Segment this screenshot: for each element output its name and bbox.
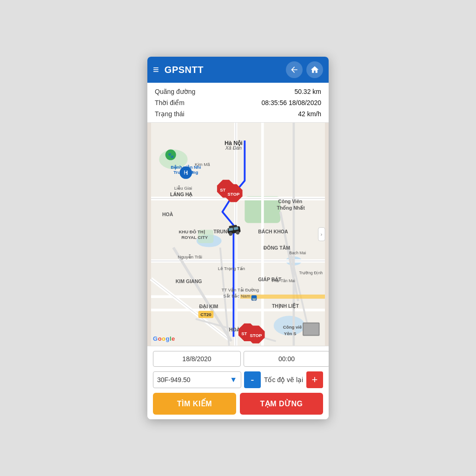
time-label: Thời điểm — [155, 98, 185, 109]
speed-minus-button[interactable]: - — [244, 371, 261, 388]
svg-text:ĐÔNG TÂM: ĐÔNG TÂM — [264, 245, 291, 251]
svg-text:KIM GIANG: KIM GIANG — [176, 279, 202, 284]
action-row: TÌM KIẾM TẠM DỪNG — [153, 393, 323, 415]
svg-text:Trung ương: Trung ương — [173, 170, 198, 175]
app-title: GPSNTT — [165, 65, 286, 75]
date-from-input[interactable] — [153, 351, 241, 367]
home-button[interactable] — [306, 61, 323, 78]
svg-text:Phố Tân Mai: Phố Tân Mai — [272, 279, 295, 284]
svg-text:CT20: CT20 — [200, 312, 211, 317]
chevron-down-icon: ▼ — [230, 376, 237, 384]
google-watermark: Google — [153, 335, 175, 342]
back-button[interactable] — [286, 61, 303, 78]
vehicle-speed-row: 30F-949.50 ▼ - Tốc độ vẽ lại + — [153, 371, 323, 388]
svg-text:LÁNG HẠ: LÁNG HẠ — [170, 192, 192, 198]
search-button[interactable]: TÌM KIẾM — [153, 393, 236, 415]
svg-text:TT Vận Tải Đường: TT Vận Tải Đường — [222, 287, 259, 292]
header-actions — [286, 61, 323, 78]
svg-text:STOP: STOP — [227, 192, 240, 197]
controls-panel: 30F-949.50 ▼ - Tốc độ vẽ lại + TÌM KIẾM … — [147, 346, 329, 419]
svg-text:Công viê: Công viê — [283, 325, 302, 330]
status-label: Trạng thái — [155, 109, 185, 120]
time-from-input[interactable] — [244, 351, 329, 367]
time-row: Thời điểm 08:35:56 18/08/2020 — [155, 98, 321, 109]
svg-text:Liễu Giai: Liễu Giai — [174, 185, 192, 191]
map-area[interactable]: H 🐾 Xã Đàn Liễu Giai Kim Mã LÁNG HẠ Hà N… — [147, 123, 329, 346]
time-value: 08:35:56 18/08/2020 — [262, 98, 321, 109]
vehicle-select[interactable]: 30F-949.50 ▼ — [153, 371, 241, 388]
status-value: 42 km/h — [298, 109, 321, 120]
distance-label: Quãng đường — [155, 86, 195, 98]
svg-text:Lê Trọng Tấn: Lê Trọng Tấn — [218, 266, 245, 271]
status-row: Trạng thái 42 km/h — [155, 109, 321, 120]
svg-text:HOÀ: HOÀ — [162, 212, 173, 218]
svg-text:ROYAL CITY: ROYAL CITY — [181, 235, 208, 240]
menu-icon[interactable]: ≡ — [153, 65, 159, 75]
svg-text:ĐẠI KIM: ĐẠI KIM — [199, 304, 218, 310]
svg-text:Công Viên: Công Viên — [278, 198, 302, 204]
svg-text:KHU ĐÔ THỊ: KHU ĐÔ THỊ — [178, 229, 205, 234]
svg-rect-63 — [304, 324, 319, 335]
svg-text:Trường Định: Trường Định — [299, 271, 323, 276]
svg-text:Thống Nhất: Thống Nhất — [277, 205, 305, 211]
svg-text:THỊNH LIỆT: THỊNH LIỆT — [272, 303, 299, 309]
svg-text:Yên S: Yên S — [284, 331, 297, 336]
distance-row: Quãng đường 50.32 km — [155, 86, 321, 98]
svg-text:›: › — [320, 231, 322, 237]
distance-value: 50.32 km — [294, 86, 321, 98]
info-panel: Quãng đường 50.32 km Thời điểm 08:35:56 … — [147, 83, 329, 123]
svg-text:Bệnh viện Nhi: Bệnh viện Nhi — [171, 165, 201, 170]
speed-label: Tốc độ vẽ lại — [264, 376, 304, 383]
svg-text:Bach Mai: Bach Mai — [289, 251, 306, 255]
svg-text:Sắt Bắc Nam: Sắt Bắc Nam — [223, 293, 250, 298]
date-time-row — [153, 351, 323, 367]
svg-text:🚌: 🚌 — [252, 296, 257, 301]
app-header: ≡ GPSNTT — [147, 57, 329, 83]
pause-button[interactable]: TẠM DỪNG — [240, 393, 323, 415]
svg-text:🐾: 🐾 — [168, 152, 174, 159]
svg-text:Nguyễn Trãi: Nguyễn Trãi — [178, 254, 202, 259]
svg-text:STOP: STOP — [250, 333, 262, 338]
phone-container: ≡ GPSNTT Quãng đường 50.32 km Thời điểm … — [147, 57, 329, 419]
vehicle-value: 30F-949.50 — [157, 376, 191, 383]
svg-text:Hà Nội: Hà Nội — [225, 140, 243, 146]
speed-plus-button[interactable]: + — [306, 371, 323, 388]
svg-text:BÁCH KHOA: BÁCH KHOA — [258, 229, 288, 234]
